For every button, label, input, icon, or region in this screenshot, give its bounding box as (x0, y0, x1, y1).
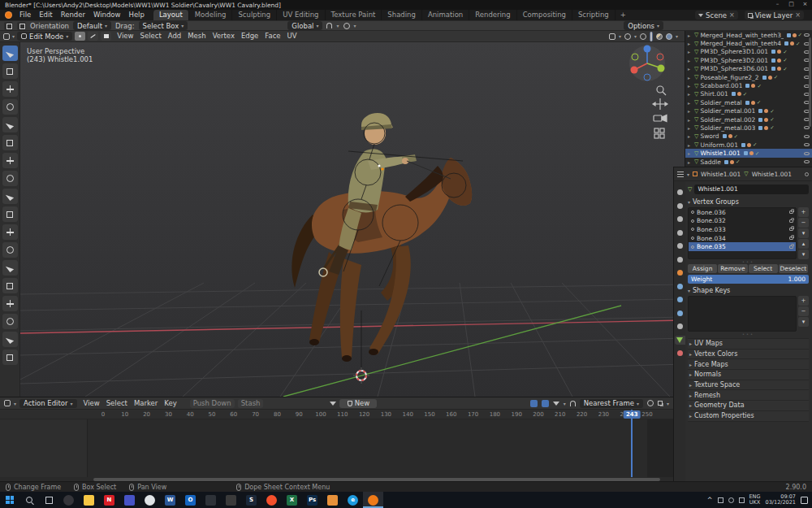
taskbar-app-blender[interactable] (363, 492, 383, 508)
start-button[interactable] (0, 492, 19, 508)
action-center-icon[interactable] (801, 497, 808, 504)
outliner-item-shirt-001[interactable]: ▸▽Shirt.001✓ (685, 90, 812, 98)
properties-tab-physics[interactable] (675, 309, 685, 318)
taskbar-app-photos[interactable] (119, 492, 140, 508)
expand-icon[interactable]: ▸ (688, 41, 693, 46)
panel-face-maps[interactable]: ▸Face Maps (688, 359, 809, 370)
tool-transform[interactable] (2, 153, 18, 168)
push-down-button[interactable]: Push Down (190, 399, 235, 408)
workspace-tab-compositing[interactable]: Compositing (517, 10, 572, 20)
workspace-tab-uv-editing[interactable]: UV Editing (277, 10, 325, 20)
visibility-eye-icon[interactable] (804, 143, 810, 146)
overlays-caret[interactable]: ▾ (634, 33, 637, 39)
filter-caret[interactable]: ▾ (564, 401, 566, 406)
remove-vertex-group-button[interactable]: − (798, 218, 809, 228)
shape-keys-header[interactable]: ▾Shape Keys (688, 285, 809, 295)
properties-tab-world[interactable] (675, 255, 685, 264)
snap-mode-dropdown[interactable]: Nearest Frame▾ (580, 399, 643, 408)
expand-icon[interactable]: ▸ (688, 117, 693, 123)
snap-icon[interactable] (570, 401, 576, 406)
hide-hidden-toggle-icon[interactable] (542, 400, 549, 407)
search-button[interactable] (19, 492, 39, 508)
taskbar-app-edge[interactable]: e (343, 492, 363, 508)
tool-measure[interactable] (2, 189, 18, 204)
proportional-editing-icon[interactable] (343, 23, 350, 29)
tool-annotate[interactable] (2, 171, 18, 186)
lock-icon[interactable] (789, 237, 793, 240)
visibility-eye-icon[interactable] (804, 33, 810, 37)
workspace-tab-layout[interactable]: Layout (153, 10, 189, 20)
expand-icon[interactable]: ▸ (688, 108, 693, 114)
filter-icon[interactable] (553, 402, 559, 406)
orientation-preset-dropdown[interactable]: Default▾ (73, 21, 111, 30)
mode-dropdown[interactable]: Edit Mode▾ (17, 32, 72, 41)
outliner-item-pm3d-sphere3d1-001[interactable]: ▸▽PM3D_Sphere3D1.001✓ (685, 48, 812, 56)
outliner-item-pm3d-sphere3d2-001[interactable]: ▸▽PM3D_Sphere3D2.001✓ (685, 56, 812, 64)
vertex-group-bone-033[interactable]: Bone.033 (689, 225, 796, 234)
selectable-check-icon[interactable]: ✓ (770, 108, 774, 115)
taskbar-app-steam[interactable]: S (241, 492, 261, 508)
workspace-tab-texture-paint[interactable]: Texture Paint (326, 10, 382, 20)
selectable-check-icon[interactable]: ✓ (770, 124, 774, 131)
tool-scale[interactable] (2, 135, 18, 150)
keyframe-area[interactable] (0, 419, 673, 477)
outliner-item-poseable-figure2-2[interactable]: ▸▽Poseable_figure2_2✓ (685, 73, 812, 81)
tool-spin[interactable] (2, 332, 18, 347)
select-button[interactable]: Select (749, 264, 778, 273)
blender-logo-icon[interactable] (5, 11, 12, 19)
more-caret[interactable]: ▾ (667, 401, 669, 406)
selectable-check-icon[interactable]: ✓ (783, 66, 787, 72)
outliner-item-merged-head-with-teeth3-1-001[interactable]: ▸▽Merged_Head_with_teeth3_1.001✓ (685, 31, 812, 39)
viewport-menu-face[interactable]: Face (261, 31, 283, 41)
breadcrumb-object[interactable]: Whistle1.001 (701, 171, 741, 178)
vertex-group-bone-035[interactable]: Bone.035 (689, 242, 796, 251)
properties-tab-view-layer[interactable] (675, 228, 685, 237)
new-action-button[interactable]: New (339, 399, 377, 408)
selectable-check-icon[interactable]: ✓ (736, 158, 740, 165)
tool-knife[interactable] (2, 296, 18, 311)
tool-cursor[interactable] (2, 81, 18, 97)
move-group-down-button[interactable]: ▾ (798, 250, 809, 259)
scene-selector[interactable]: Scene × (695, 11, 738, 20)
outliner-item-soldier-metal-003[interactable]: ▸▽Soldier_metal.003✓ (685, 124, 812, 132)
taskbar-app-photoshop[interactable]: Ps (302, 492, 322, 508)
proportional-options-caret[interactable]: ▾ (354, 23, 356, 28)
xray-toggle-icon[interactable] (609, 33, 615, 40)
vertex-group-bone-032[interactable]: Bone.032 (689, 217, 796, 226)
selectable-check-icon[interactable]: ✓ (757, 99, 761, 106)
visibility-eye-icon[interactable] (804, 135, 810, 138)
selectable-check-icon[interactable]: ✓ (734, 133, 738, 140)
add-shape-key-button[interactable]: + (798, 296, 809, 306)
maximize-button[interactable]: □ (784, 0, 798, 10)
properties-tab-render[interactable] (675, 202, 685, 211)
move-group-up-button[interactable]: ▴ (798, 239, 809, 249)
expand-icon[interactable]: ▸ (688, 142, 693, 148)
expand-icon[interactable]: ▸ (688, 159, 693, 165)
add-vertex-group-button[interactable]: + (798, 207, 809, 217)
tool-poly-build[interactable] (2, 314, 18, 329)
viewport-menu-add[interactable]: Add (165, 31, 184, 41)
viewport-menu-select[interactable]: Select (137, 31, 165, 41)
datablock-name-field[interactable]: Whistle1.001 (694, 185, 809, 194)
properties-tab-modifiers[interactable] (675, 282, 685, 291)
visibility-eye-icon[interactable] (804, 152, 810, 155)
panel-uv-maps[interactable]: ▸UV Maps (688, 339, 809, 350)
frame-ruler[interactable]: 0102030405060708090100110120130140150160… (0, 410, 673, 419)
expand-icon[interactable]: ▸ (688, 58, 693, 63)
workspace-tab-animation[interactable]: Animation (422, 10, 469, 20)
expand-icon[interactable]: ▸ (688, 91, 693, 97)
taskbar-app-chrome[interactable] (140, 492, 160, 508)
vertex-group-specials-button[interactable]: ▾ (798, 228, 809, 238)
panel-custom-properties[interactable]: ▸Custom Properties (688, 411, 809, 422)
dope-menu-select[interactable]: Select (103, 398, 131, 409)
lock-icon[interactable] (789, 211, 793, 214)
close-button[interactable]: × (798, 0, 812, 10)
drag-mode-dropdown[interactable]: Select Box▾ (139, 21, 188, 30)
dope-menu-view[interactable]: View (80, 398, 103, 409)
properties-tab-material[interactable] (675, 349, 685, 358)
panel-remesh[interactable]: ▸Remesh (688, 390, 809, 401)
proportional-edit-icon[interactable] (647, 400, 654, 406)
minimize-button[interactable]: – (771, 0, 784, 10)
tray-expand-icon[interactable]: ^ (707, 497, 713, 504)
add-workspace-button[interactable]: + (615, 10, 631, 20)
